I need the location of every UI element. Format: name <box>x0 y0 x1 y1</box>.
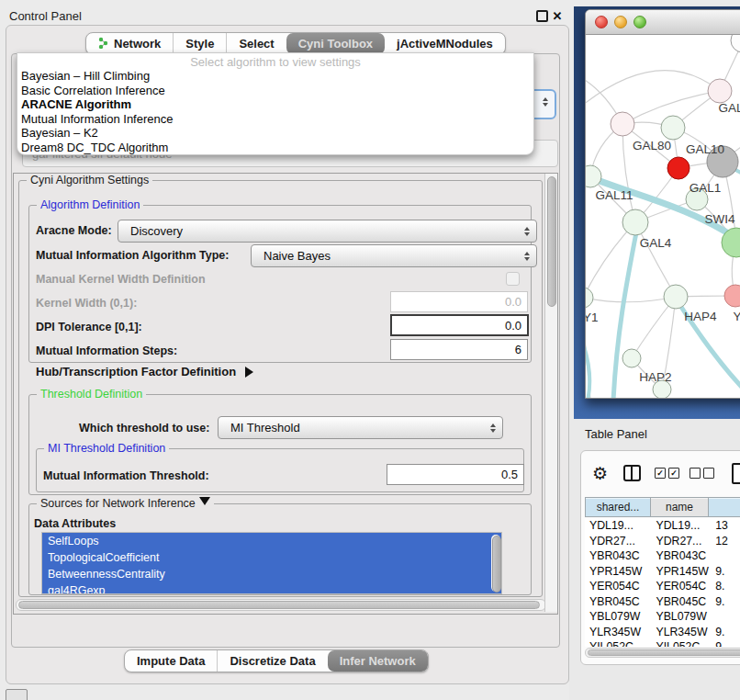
checked-checkbox-icon[interactable]: ✓ <box>655 468 666 479</box>
network-node-y[interactable] <box>724 285 740 307</box>
aracne-mode-label: Aracne Mode: <box>36 224 112 237</box>
mi-steps-field[interactable]: 6 <box>390 339 528 360</box>
algorithm-option[interactable]: Mutual Information Inference <box>21 112 530 127</box>
float-panel-button[interactable] <box>535 9 548 22</box>
table-row[interactable]: YER054CYER054C8. <box>585 579 740 594</box>
manual-kernel-checkbox[interactable] <box>506 272 520 286</box>
minimize-traffic-light-icon[interactable] <box>614 16 627 28</box>
network-node-gal10[interactable] <box>661 116 685 140</box>
network-node-hap2[interactable] <box>622 349 641 367</box>
tab-label: jActiveMNodules <box>397 37 493 51</box>
minimized-panel-icon[interactable] <box>6 689 28 700</box>
hub-definition-expander[interactable]: Hub/Transcription Factor Definition <box>36 365 259 378</box>
dpi-tolerance-field[interactable]: 0.0 <box>390 314 529 336</box>
algorithm-option[interactable]: Bayesian – Hill Climbing <box>21 69 530 84</box>
algorithm-option[interactable]: Basic Correlation Inference <box>21 84 530 98</box>
collapse-down-icon <box>199 497 210 511</box>
table-row[interactable]: YBR045CYBR045C9. <box>585 594 740 610</box>
tab-network[interactable]: Network <box>86 33 173 54</box>
combo-stepper-icon <box>543 95 548 109</box>
table-panel: Table Panel ⚙ ✓ ✓ shared...name YDL19...… <box>569 419 740 700</box>
table-row[interactable]: YDR27...YDR27...12 <box>585 534 740 549</box>
kernel-width-field[interactable]: 0.0 <box>390 291 528 312</box>
tab-impute-data[interactable]: Impute Data <box>125 650 217 672</box>
settings-horizontal-scrollbar[interactable] <box>16 599 546 611</box>
settings-vscroll-thumb[interactable] <box>547 176 556 307</box>
tab-label: Discretize Data <box>230 654 315 668</box>
network-canvas[interactable]: GALGAL80GAL10GAL1GAL11SWI4GAL4GCY1HAP4YH… <box>586 35 740 398</box>
table-cell: YLR345W <box>585 626 651 638</box>
settings-vertical-scrollbar[interactable] <box>544 174 557 612</box>
node-label-gal1: GAL1 <box>690 181 722 195</box>
table-row[interactable]: YDL19...YDL19...13 <box>585 518 740 534</box>
node-label-gal4: GAL4 <box>640 236 672 250</box>
column-header-partial[interactable] <box>709 497 740 517</box>
network-node[interactable] <box>731 35 740 52</box>
tab-infer-network[interactable]: Infer Network <box>328 650 428 672</box>
algorithm-option[interactable]: Dream8 DC_TDC Algorithm <box>21 141 530 155</box>
mi-threshold-field[interactable]: 0.5 <box>387 464 524 485</box>
table-row[interactable]: YBR043CYBR043C <box>585 548 740 564</box>
table-cell: YIL052C <box>585 640 651 647</box>
mi-type-combo[interactable]: Naive Bayes <box>251 244 537 267</box>
column-header-name[interactable]: name <box>651 497 709 517</box>
table-row[interactable]: YBL079WYBL079W <box>585 609 740 625</box>
data-attribute-item[interactable]: gal4RGexp <box>42 582 501 594</box>
checked-checkbox-icon[interactable]: ✓ <box>668 468 679 479</box>
network-node-gal[interactable] <box>708 79 732 103</box>
data-attribute-item[interactable]: SelfLoops <box>42 533 501 549</box>
node-label-swi4: SWI4 <box>704 212 734 226</box>
unchecked-checkbox-icon[interactable] <box>690 468 701 479</box>
table-cell: YER054C <box>651 580 711 593</box>
data-attribute-item[interactable]: BetweennessCentrality <box>42 566 501 582</box>
table-hscroll-thumb[interactable] <box>588 649 740 656</box>
close-panel-button[interactable]: ✕ <box>551 9 564 22</box>
table-cell: YER054C <box>585 580 651 593</box>
settings-hscroll-thumb[interactable] <box>18 601 540 609</box>
algorithm-definition-title: Algorithm Definition <box>37 198 143 211</box>
algorithm-option[interactable]: ARACNE Algorithm <box>21 97 530 112</box>
network-node-gal4[interactable] <box>622 209 648 235</box>
aracne-mode-combo[interactable]: Discovery <box>118 220 537 243</box>
table-cell: YIL052C <box>651 640 711 647</box>
tab-select[interactable]: Select <box>226 33 286 54</box>
network-node-gal80[interactable] <box>611 112 634 136</box>
dpi-tolerance-label: DPI Tolerance [0,1]: <box>36 321 142 333</box>
tab-jactivemnodules[interactable]: jActiveMNodules <box>385 33 505 54</box>
new-table-icon[interactable] <box>732 463 740 484</box>
network-node-gal1[interactable] <box>667 157 690 179</box>
table-row[interactable]: YIL052CYIL052C9 <box>585 639 740 647</box>
algorithm-option[interactable]: Bayesian – K2 <box>21 126 530 141</box>
gear-icon[interactable]: ⚙ <box>592 460 608 486</box>
table-panel-card: ⚙ ✓ ✓ shared...name YDL19...YDL19...13YD… <box>580 450 740 665</box>
combo-stepper-icon <box>524 249 530 264</box>
tab-discretize-data[interactable]: Discretize Data <box>217 650 327 672</box>
tab-cyni-toolbox[interactable]: Cyni Toolbox <box>286 33 385 54</box>
column-header-shared[interactable]: shared... <box>585 497 651 517</box>
table-row[interactable]: YLR345WYLR345W9. <box>585 625 740 640</box>
table-horizontal-scrollbar[interactable] <box>585 648 740 658</box>
which-threshold-combo[interactable]: MI Threshold <box>218 416 503 439</box>
zoom-traffic-light-icon[interactable] <box>633 16 646 28</box>
network-node-gcy1[interactable] <box>586 288 593 308</box>
tab-label: Cyni Toolbox <box>298 37 373 51</box>
table-row[interactable]: YPR145WYPR145W9. <box>585 564 740 580</box>
unchecked-checkbox-icon[interactable] <box>703 468 714 479</box>
list-scrollbar-thumb[interactable] <box>492 536 501 593</box>
algorithm-dropdown-prompt: Select algorithm to view settings <box>17 55 533 69</box>
sources-group-title[interactable]: Sources for Network Inference <box>37 497 214 511</box>
network-window-titlebar[interactable] <box>586 10 740 35</box>
network-node-hap4[interactable] <box>664 285 688 309</box>
network-window[interactable]: GALGAL80GAL10GAL1GAL11SWI4GAL4GCY1HAP4YH… <box>585 9 740 399</box>
network-tab-icon <box>98 37 109 51</box>
close-traffic-light-icon[interactable] <box>595 16 608 28</box>
table-cell: YDR27... <box>585 535 651 548</box>
mi-threshold-group-title: MI Threshold Definition <box>44 442 169 455</box>
data-attributes-label: Data Attributes <box>34 517 116 530</box>
data-attribute-item[interactable]: TopologicalCoefficient <box>42 549 501 566</box>
split-columns-icon[interactable] <box>623 465 641 481</box>
list-scrollbar[interactable] <box>491 535 500 592</box>
tab-label: Infer Network <box>340 654 416 668</box>
tab-style[interactable]: Style <box>173 33 226 54</box>
application-root: Control Panel ✕ NetworkStyleSelectCyni T… <box>0 0 740 700</box>
